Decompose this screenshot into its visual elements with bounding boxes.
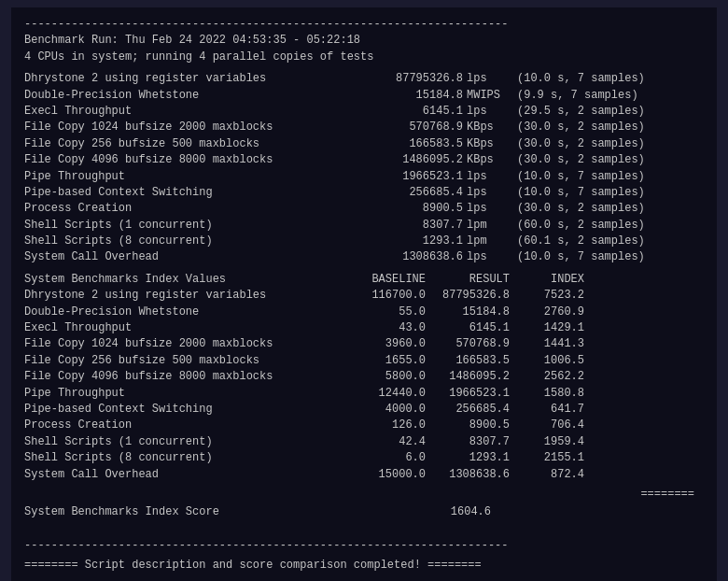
- terminal: ----------------------------------------…: [11, 7, 717, 581]
- bench-label: File Copy 1024 bufsize 2000 maxblocks: [24, 120, 342, 135]
- idx-baseline: 42.4: [342, 434, 426, 450]
- idx-index: 641.7: [510, 402, 584, 418]
- idx-baseline: 55.0: [342, 305, 426, 320]
- benchmark-row: Pipe Throughput 1966523.1 lps (10.0 s, 7…: [24, 169, 704, 185]
- index-data-row: File Copy 1024 bufsize 2000 maxblocks 39…: [24, 336, 704, 352]
- index-header-index: INDEX: [510, 272, 584, 288]
- idx-index: 872.4: [510, 467, 584, 483]
- separator-line: ----------------------------------------…: [24, 17, 704, 33]
- bench-value: 1293.1: [342, 234, 463, 249]
- idx-label: Dhrystone 2 using register variables: [24, 288, 342, 304]
- idx-baseline: 6.0: [342, 450, 426, 466]
- idx-label: File Copy 256 bufsize 500 maxblocks: [24, 353, 342, 369]
- bench-label: Double-Precision Whetstone: [24, 88, 342, 104]
- cpu-info-line: 4 CPUs in system; running 4 parallel cop…: [24, 50, 704, 65]
- bench-unit: KBps: [463, 152, 510, 168]
- benchmark-run-line: Benchmark Run: Thu Feb 24 2022 04:53:35 …: [24, 33, 704, 49]
- index-data-row: Dhrystone 2 using register variables 116…: [24, 288, 704, 304]
- bench-extra: (10.0 s, 7 samples): [510, 249, 704, 265]
- bench-value: 87795326.8: [342, 71, 463, 87]
- index-data-row: Pipe Throughput 12440.0 1966523.1 1580.8: [24, 386, 704, 402]
- bench-unit: lpm: [463, 218, 510, 234]
- idx-index: 2760.9: [510, 305, 584, 320]
- idx-baseline: 1655.0: [342, 353, 426, 369]
- bench-label: Pipe Throughput: [24, 169, 342, 185]
- bench-value: 6145.1: [342, 104, 463, 120]
- idx-baseline: 3960.0: [342, 336, 426, 352]
- bench-unit: lps: [463, 71, 510, 87]
- bench-label: File Copy 256 bufsize 500 maxblocks: [24, 136, 342, 152]
- bench-unit: lps: [463, 201, 510, 217]
- idx-index: 1441.3: [510, 336, 584, 352]
- bench-unit: KBps: [463, 120, 510, 135]
- bench-value: 1486095.2: [342, 152, 463, 168]
- benchmark-results: Dhrystone 2 using register variables 877…: [24, 71, 704, 266]
- benchmark-row: Execl Throughput 6145.1 lps (29.5 s, 2 s…: [24, 104, 704, 120]
- index-data-row: Pipe-based Context Switching 4000.0 2566…: [24, 402, 704, 418]
- bench-unit: lpm: [463, 234, 510, 249]
- idx-result: 1486095.2: [426, 369, 510, 385]
- idx-index: 7523.2: [510, 288, 584, 304]
- index-data-row: System Call Overhead 15000.0 1308638.6 8…: [24, 467, 704, 483]
- idx-label: File Copy 1024 bufsize 2000 maxblocks: [24, 336, 342, 352]
- benchmark-row: Shell Scripts (8 concurrent) 1293.1 lpm …: [24, 234, 704, 249]
- footer-text: ======== Script description and score co…: [24, 558, 704, 574]
- bench-unit: lps: [463, 169, 510, 185]
- bench-extra: (60.0 s, 2 samples): [510, 218, 704, 234]
- benchmark-row: Pipe-based Context Switching 256685.4 lp…: [24, 185, 704, 201]
- idx-label: Shell Scripts (8 concurrent): [24, 450, 342, 466]
- index-data-row: Process Creation 126.0 8900.5 706.4: [24, 418, 704, 433]
- idx-index: 1580.8: [510, 386, 584, 402]
- bench-extra: (10.0 s, 7 samples): [510, 169, 704, 185]
- index-header-baseline: BASELINE: [342, 272, 426, 288]
- index-header-result: RESULT: [426, 272, 510, 288]
- idx-label: File Copy 4096 bufsize 8000 maxblocks: [24, 369, 342, 385]
- bench-label: Shell Scripts (8 concurrent): [24, 234, 342, 249]
- idx-result: 87795326.8: [426, 288, 510, 304]
- footer-separator: ----------------------------------------…: [24, 538, 704, 554]
- index-header-row: System Benchmarks Index Values BASELINE …: [24, 272, 704, 288]
- idx-baseline: 43.0: [342, 320, 426, 336]
- idx-result: 256685.4: [426, 402, 510, 418]
- idx-baseline: 5800.0: [342, 369, 426, 385]
- bench-label: Shell Scripts (1 concurrent): [24, 218, 342, 234]
- bench-extra: (30.0 s, 2 samples): [510, 120, 704, 135]
- index-header-label: System Benchmarks Index Values: [24, 272, 342, 288]
- bench-extra: (30.0 s, 2 samples): [510, 152, 704, 168]
- idx-result: 8900.5: [426, 418, 510, 433]
- idx-baseline: 12440.0: [342, 386, 426, 402]
- benchmark-row: File Copy 4096 bufsize 8000 maxblocks 14…: [24, 152, 704, 168]
- idx-label: System Call Overhead: [24, 467, 342, 483]
- benchmark-row: Double-Precision Whetstone 15184.8 MWIPS…: [24, 88, 704, 104]
- bench-value: 15184.8: [342, 88, 463, 104]
- bench-value: 256685.4: [342, 185, 463, 201]
- bench-extra: (30.0 s, 2 samples): [510, 201, 704, 217]
- bench-label: Process Creation: [24, 201, 342, 217]
- idx-baseline: 126.0: [342, 418, 426, 433]
- idx-label: Double-Precision Whetstone: [24, 305, 342, 320]
- benchmark-row: File Copy 1024 bufsize 2000 maxblocks 57…: [24, 120, 704, 135]
- idx-baseline: 15000.0: [342, 467, 426, 483]
- benchmark-row: System Call Overhead 1308638.6 lps (10.0…: [24, 249, 704, 265]
- bench-extra: (10.0 s, 7 samples): [510, 71, 704, 87]
- bench-value: 8307.7: [342, 218, 463, 234]
- bench-value: 8900.5: [342, 201, 463, 217]
- score-value: 1604.6: [426, 504, 500, 520]
- idx-label: Shell Scripts (1 concurrent): [24, 434, 342, 450]
- score-label: System Benchmarks Index Score: [24, 504, 426, 520]
- idx-baseline: 116700.0: [342, 288, 426, 304]
- idx-index: 2562.2: [510, 369, 584, 385]
- idx-index: 1959.4: [510, 434, 584, 450]
- bench-extra: (60.1 s, 2 samples): [510, 234, 704, 249]
- idx-index: 706.4: [510, 418, 584, 433]
- idx-result: 570768.9: [426, 336, 510, 352]
- benchmark-row: File Copy 256 bufsize 500 maxblocks 1665…: [24, 136, 704, 152]
- benchmark-row: Process Creation 8900.5 lps (30.0 s, 2 s…: [24, 201, 704, 217]
- bench-unit: KBps: [463, 136, 510, 152]
- bench-label: Execl Throughput: [24, 104, 342, 120]
- bench-value: 570768.9: [342, 120, 463, 135]
- idx-result: 1293.1: [426, 450, 510, 466]
- idx-baseline: 4000.0: [342, 402, 426, 418]
- bench-value: 1308638.6: [342, 249, 463, 265]
- benchmark-row: Dhrystone 2 using register variables 877…: [24, 71, 704, 87]
